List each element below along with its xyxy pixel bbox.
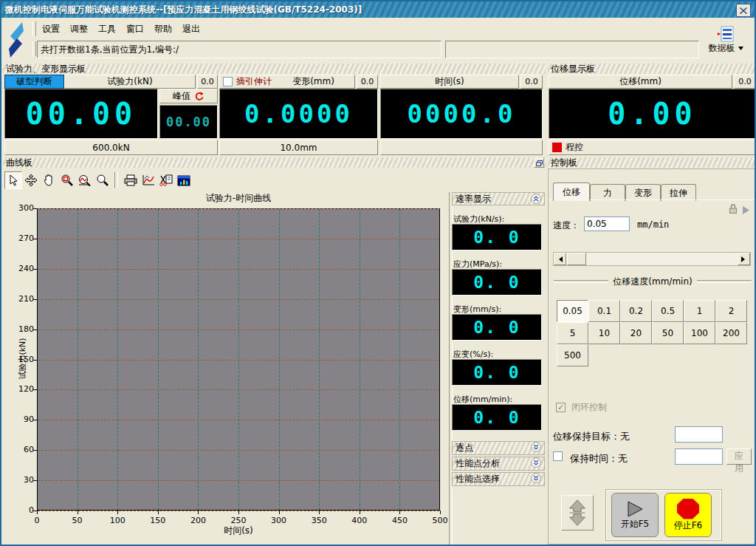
gridline-v [319,209,320,510]
close-button[interactable] [736,4,751,17]
speed-unit: mm/min [637,219,669,230]
time-header-button[interactable]: 时间(s) [380,75,519,89]
curve-toolbar [4,170,447,191]
speed-option-0.05[interactable]: 0.05 [557,300,588,322]
force-header-button[interactable]: 试验力(kN) [64,75,196,89]
displacement-rate-label: 位移(mm/min): [452,394,545,404]
closed-loop-label: 闭环控制 [571,401,607,414]
curve-style-button[interactable] [140,171,157,189]
print-button[interactable] [122,171,140,189]
accordion-performance-point-selection[interactable]: 性能点选择 [452,472,545,486]
deform-header-button[interactable]: 摘引伸计 变形(mm) [219,75,355,89]
force-value-display: 00.00 [4,89,158,139]
speed-options-grid: 0.050.10.20.5125102050100200500 [557,300,749,366]
tab-tension[interactable]: 拉伸 [661,184,696,201]
expand-down-icon [531,457,541,470]
hold-time-label: 保持时间：无 [570,452,628,465]
collapse-up-icon [531,194,541,204]
move-cross-button[interactable] [22,171,40,189]
menu-item-adjust[interactable]: 调整 [65,21,93,37]
select-cursor-button[interactable] [4,171,22,189]
lock-icon [728,203,738,217]
data-window-button[interactable] [175,171,193,189]
status-grip [32,41,36,56]
x-tick-label: 300 [264,516,294,525]
x-tick-label: 100 [103,516,132,525]
program-control-indicator [552,143,562,152]
start-play-icon [625,500,645,518]
menu-item-exit[interactable]: 退出 [177,21,205,37]
peak-value-display: 00.00 [159,105,218,139]
menu-item-window[interactable]: 窗口 [121,21,149,37]
speed-option-2[interactable]: 2 [715,300,747,322]
extensometer-checkbox[interactable] [223,77,233,86]
speed-option-100[interactable]: 100 [684,322,715,344]
time-display-block: 时间(s) 0.0 0000.0 [380,75,543,155]
x-tick-mark [279,511,280,514]
displacement-header-button[interactable]: 位移(mm) [549,75,732,89]
menu-grip [32,21,36,36]
x-tick-label: 0 [22,516,52,525]
chart-title: 试验力-时间曲线 [37,192,440,205]
peak-button[interactable]: 峰值 [159,89,218,103]
speed-input[interactable] [584,216,630,231]
rate-panel-header[interactable]: 速率显示 [452,192,545,205]
jog-button[interactable] [561,495,594,530]
speed-option-0.5[interactable]: 0.5 [652,300,684,322]
accordion-list: 逐点性能点分析性能点选择 [452,441,545,488]
apply-button[interactable]: 应用 [726,448,752,465]
gridline-v [198,209,199,510]
display-panel-header: 试验力、变形显示板 [3,64,546,74]
break-detect-button[interactable]: 破型判断 [4,75,64,89]
speed-option-50[interactable]: 50 [652,322,684,344]
deform-rate-display: 0. 0 [452,314,542,341]
speed-option-1[interactable]: 1 [684,300,715,322]
speed-option-0.2[interactable]: 0.2 [620,300,652,322]
displacement-display-block: 位移(mm) 0.0 0.00 程控 [549,75,756,155]
toolbar-separator [114,172,118,188]
speed-option-20[interactable]: 20 [620,322,652,344]
status-box: 共打开数据1条,当前位置为1,编号:/ [37,41,441,58]
databoard-button[interactable]: 数据板 [701,20,750,60]
hold-target-input[interactable] [675,426,723,443]
speed-group: 位移速度(mm/min) 0.050.10.20.512510205010020… [554,276,752,377]
x-tick-mark [198,511,199,514]
speed-option-200[interactable]: 200 [715,322,747,344]
scrollbar-thumb[interactable] [567,253,586,265]
title-bar: 微机控制电液伺服万能试验机测控系统--[预应力混凝土用钢绞线试验(GB/T522… [1,1,755,18]
curve-panel-restore-button[interactable] [534,158,544,168]
detach-arrow-icon[interactable] [742,204,750,218]
stop-button[interactable]: 停止F6 [664,493,712,537]
tab-deform[interactable]: 变形 [625,184,661,201]
zoom-out-button[interactable] [93,171,111,189]
menu-item-settings[interactable]: 设置 [37,21,65,37]
speed-option-10[interactable]: 10 [588,322,620,344]
hold-time-checkbox[interactable] [553,451,563,461]
curve-panel-header: 曲线板 [3,157,546,168]
hold-time-input[interactable] [675,448,723,465]
menu-item-help[interactable]: 帮助 [149,21,177,37]
chart-plot[interactable] [37,208,440,511]
copy-data-button[interactable] [157,171,175,189]
x-tick-label: 50 [63,516,92,525]
speed-option-500[interactable]: 500 [557,344,588,366]
start-button[interactable]: 开始F5 [611,493,659,537]
pan-hand-button[interactable] [40,171,58,189]
accordion-performance-point-analysis[interactable]: 性能点分析 [452,457,545,471]
gridline-v [360,209,360,510]
speed-option-0.1[interactable]: 0.1 [588,300,620,322]
tab-force[interactable]: 力 [590,184,625,201]
x-tick-mark [319,511,320,514]
accordion-point-by-point[interactable]: 逐点 [452,441,545,455]
scrollbar-left-arrow[interactable] [554,253,566,265]
x-tick-label: 400 [345,516,374,525]
menu-item-tools[interactable]: 工具 [93,21,121,37]
zoom-curve-button[interactable] [75,171,93,189]
zoom-region-button[interactable] [58,171,75,189]
speed-option-5[interactable]: 5 [557,322,588,344]
tab-displacement[interactable]: 位移 [553,182,590,201]
curve-style-icon [142,174,155,186]
scrollbar-right-arrow[interactable] [738,253,750,265]
start-stop-group: 开始F5 停止F6 [605,489,722,541]
y-tick-label: 240 [3,264,34,273]
